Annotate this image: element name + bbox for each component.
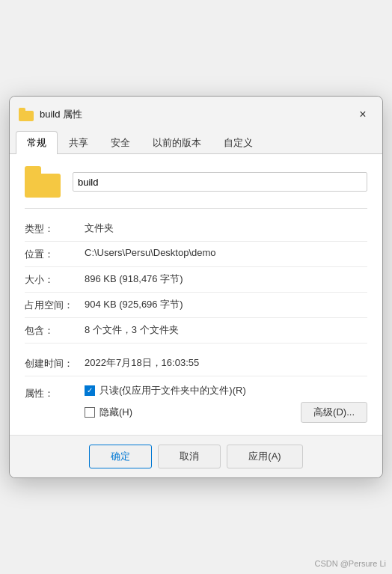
readonly-checkbox[interactable]: [85, 385, 95, 396]
footer: 确定 取消 应用(A): [10, 435, 382, 477]
dialog-title: build 属性: [40, 108, 346, 121]
label-type: 类型：: [25, 222, 85, 236]
label-size: 大小：: [25, 272, 85, 287]
readonly-label[interactable]: 只读(仅应用于文件夹中的文件)(R): [99, 384, 246, 397]
hidden-label[interactable]: 隐藏(H): [99, 406, 132, 419]
info-row-location: 位置： C:\Users\Persu\Desktop\demo: [25, 242, 367, 267]
attributes-row: 属性： 只读(仅应用于文件夹中的文件)(R) 隐藏(H) 高级(D)...: [25, 384, 367, 423]
tabs-bar: 常规 共享 安全 以前的版本 自定义: [10, 131, 382, 154]
info-section: 类型： 文件夹 位置： C:\Users\Persu\Desktop\demo …: [25, 216, 367, 423]
value-size-on-disk: 904 KB (925,696 字节): [85, 298, 367, 311]
readonly-row: 只读(仅应用于文件夹中的文件)(R): [85, 384, 367, 397]
value-location: C:\Users\Persu\Desktop\demo: [85, 247, 367, 258]
label-size-on-disk: 占用空间：: [25, 298, 85, 312]
info-row-created: 创建时间： 2022年7月18日，16:03:55: [25, 351, 367, 376]
label-contains: 包含：: [25, 323, 85, 338]
info-row-contains: 包含： 8 个文件，3 个文件夹: [25, 318, 367, 344]
watermark: CSDN @Persure Li: [314, 559, 386, 568]
label-created: 创建时间：: [25, 356, 85, 370]
value-size: 896 KB (918,476 字节): [85, 272, 367, 286]
tab-customize[interactable]: 自定义: [212, 131, 264, 154]
info-row-size-on-disk: 占用空间： 904 KB (925,696 字节): [25, 293, 367, 318]
info-row-size: 大小： 896 KB (918,476 字节): [25, 267, 367, 293]
value-type: 文件夹: [85, 222, 367, 235]
tab-security[interactable]: 安全: [99, 131, 141, 154]
label-attributes: 属性：: [25, 384, 85, 400]
hidden-checkbox-row: 隐藏(H): [85, 406, 132, 419]
tab-general[interactable]: 常规: [16, 131, 58, 154]
tab-previous-versions[interactable]: 以前的版本: [141, 131, 212, 154]
cancel-button[interactable]: 取消: [158, 445, 221, 468]
apply-button[interactable]: 应用(A): [227, 445, 302, 468]
close-button[interactable]: ×: [352, 104, 373, 125]
attr-values: 只读(仅应用于文件夹中的文件)(R) 隐藏(H) 高级(D)...: [85, 384, 367, 423]
confirm-button[interactable]: 确定: [89, 445, 152, 468]
hidden-checkbox[interactable]: [85, 407, 95, 418]
value-created: 2022年7月18日，16:03:55: [85, 356, 367, 370]
folder-section: [25, 166, 367, 209]
folder-icon-title: [19, 108, 34, 121]
advanced-button[interactable]: 高级(D)...: [301, 402, 367, 423]
folder-name-input[interactable]: [73, 172, 367, 192]
info-row-type: 类型： 文件夹: [25, 216, 367, 242]
properties-dialog: build 属性 × 常规 共享 安全 以前的版本 自定义 类型： 文件夹 位置…: [9, 96, 383, 478]
content-area: 类型： 文件夹 位置： C:\Users\Persu\Desktop\demo …: [10, 154, 382, 435]
tab-share[interactable]: 共享: [58, 131, 99, 154]
hidden-row: 隐藏(H) 高级(D)...: [85, 402, 367, 423]
label-location: 位置：: [25, 247, 85, 261]
value-contains: 8 个文件，3 个文件夹: [85, 323, 367, 337]
folder-icon-large: [25, 166, 61, 198]
title-bar: build 属性 ×: [10, 97, 382, 131]
